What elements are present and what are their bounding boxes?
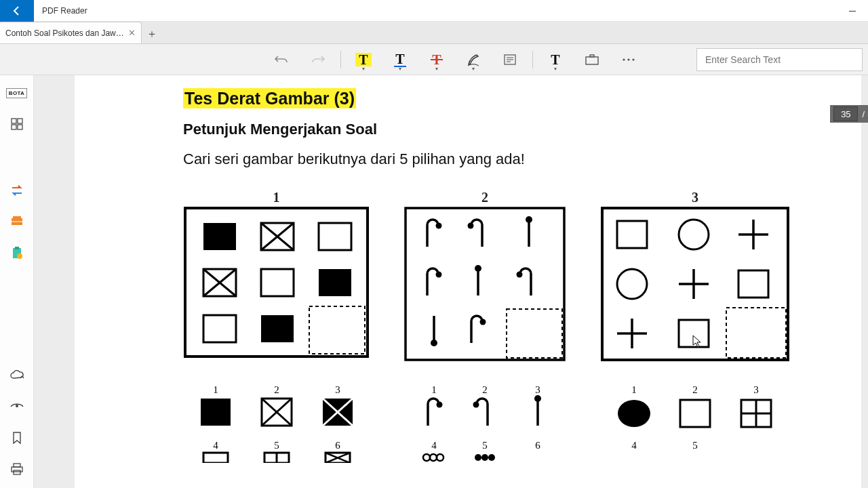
- svg-point-7: [623, 58, 625, 60]
- svg-rect-12: [12, 125, 16, 129]
- search-input[interactable]: [704, 54, 855, 66]
- document-tab[interactable]: Contoh Soal Psikotes dan Jawab... ✕: [0, 22, 142, 43]
- svg-rect-29: [319, 223, 351, 250]
- svg-point-8: [627, 58, 629, 60]
- svg-text:1: 1: [213, 385, 218, 395]
- sync-button[interactable]: [5, 178, 29, 203]
- svg-rect-97: [680, 400, 710, 427]
- page-indicator[interactable]: /: [830, 105, 868, 123]
- page-number-input[interactable]: [833, 106, 858, 121]
- question-panel-3: 3: [600, 206, 790, 362]
- scanner-button[interactable]: [5, 209, 29, 234]
- grid-icon: [10, 117, 24, 131]
- svg-rect-11: [18, 119, 22, 123]
- svg-rect-45: [507, 309, 562, 358]
- pen-icon: [466, 52, 481, 67]
- ink-tool-button[interactable]: ▾: [460, 48, 486, 71]
- svg-rect-10: [12, 119, 16, 123]
- titlebar: PDF Reader: [0, 0, 868, 22]
- question-panel-1: 1: [183, 206, 370, 362]
- main-toolbar: T ▾ T ▾ T ▾ ▾ T ▾: [0, 44, 868, 75]
- svg-rect-36: [261, 315, 294, 342]
- thumbnails-button[interactable]: [5, 112, 29, 136]
- svg-rect-34: [319, 269, 351, 296]
- strikethrough-tool-button[interactable]: T ▾: [424, 48, 450, 71]
- more-icon: [622, 58, 635, 62]
- svg-text:2: 2: [274, 385, 279, 395]
- svg-point-9: [632, 58, 634, 60]
- note-icon: [503, 54, 517, 66]
- clipboard-icon: [9, 245, 24, 260]
- svg-text:4: 4: [431, 440, 437, 451]
- cloud-icon: [9, 370, 24, 381]
- cloud-button[interactable]: [5, 363, 29, 388]
- svg-point-88: [437, 454, 443, 461]
- print-icon: [10, 462, 24, 476]
- view-button[interactable]: [5, 394, 29, 419]
- more-button[interactable]: [616, 48, 642, 71]
- note-tool-button[interactable]: [497, 48, 523, 71]
- tab-label: Contoh Soal Psikotes dan Jawab...: [5, 28, 124, 38]
- redo-button[interactable]: [305, 48, 331, 71]
- svg-rect-25: [203, 223, 236, 250]
- tab-close-icon[interactable]: ✕: [128, 28, 136, 38]
- svg-text:2: 2: [692, 385, 698, 395]
- back-button[interactable]: [0, 0, 34, 22]
- bota-toggle-button[interactable]: BOTA: [5, 81, 29, 105]
- svg-rect-57: [679, 320, 709, 347]
- svg-rect-18: [15, 247, 19, 249]
- svg-rect-37: [309, 306, 365, 354]
- text-icon: T: [551, 53, 559, 66]
- share-button[interactable]: [579, 48, 605, 71]
- highlighted-title: Tes Derat Gambar (3): [183, 88, 356, 108]
- svg-text:5: 5: [692, 440, 698, 451]
- svg-point-87: [430, 454, 437, 461]
- underline-tool-button[interactable]: T ▾: [387, 48, 413, 71]
- toolbar-separator: [532, 51, 533, 68]
- toolbar-separator: [340, 51, 341, 68]
- briefcase-icon: [585, 54, 599, 66]
- svg-text:4: 4: [631, 440, 637, 451]
- svg-rect-13: [18, 125, 22, 129]
- clipboard-button[interactable]: [5, 241, 29, 265]
- svg-text:1: 1: [631, 385, 637, 395]
- svg-text:1: 1: [431, 385, 437, 395]
- undo-button[interactable]: [269, 48, 294, 71]
- svg-point-92: [488, 454, 495, 461]
- svg-text:3: 3: [335, 385, 340, 395]
- svg-point-95: [618, 400, 650, 427]
- underline-icon: T: [394, 52, 406, 67]
- bookmark-button[interactable]: [5, 426, 29, 450]
- svg-text:5: 5: [274, 440, 279, 451]
- window-minimize-button[interactable]: [837, 0, 868, 22]
- svg-point-51: [617, 269, 647, 299]
- sync-icon: [9, 183, 24, 198]
- svg-rect-5: [586, 57, 598, 64]
- left-sidebar: BOTA: [0, 75, 34, 488]
- bota-icon: BOTA: [6, 88, 27, 98]
- document-viewport[interactable]: Tes Derat Gambar (3) Petunjuk Mengerjaka…: [34, 75, 868, 488]
- instruction-text: Cari seri gambar berikutnya dari 5 pilih…: [183, 150, 821, 168]
- highlight-tool-button[interactable]: T ▾: [351, 48, 376, 71]
- new-tab-button[interactable]: ＋: [142, 24, 162, 43]
- app-title: PDF Reader: [34, 6, 87, 16]
- text-tool-button[interactable]: T ▾: [542, 48, 568, 71]
- search-box[interactable]: [696, 48, 863, 71]
- svg-point-48: [679, 220, 709, 249]
- svg-rect-33: [261, 269, 294, 296]
- strikethrough-icon: T: [432, 53, 441, 66]
- svg-rect-35: [203, 315, 236, 342]
- panel-number: 3: [692, 190, 698, 205]
- page-total-separator: /: [862, 109, 865, 119]
- svg-point-20: [16, 405, 18, 407]
- svg-rect-6: [590, 55, 594, 57]
- svg-point-79: [437, 402, 443, 408]
- section-subtitle: Petunjuk Mengerjakan Soal: [183, 121, 821, 138]
- panel-number: 1: [273, 190, 280, 205]
- svg-point-19: [17, 253, 22, 259]
- svg-rect-38: [406, 208, 564, 360]
- print-button[interactable]: [5, 457, 29, 481]
- svg-point-90: [475, 454, 481, 461]
- svg-rect-60: [201, 399, 231, 426]
- svg-rect-54: [738, 270, 768, 298]
